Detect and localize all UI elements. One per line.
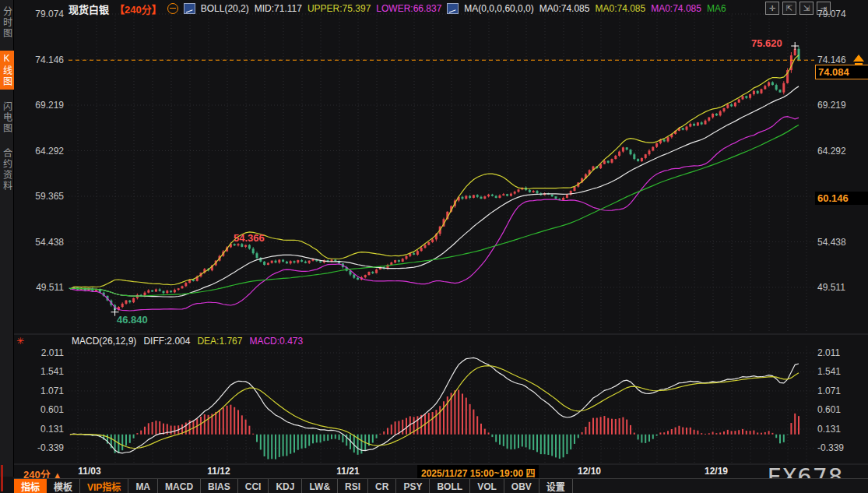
toolbar-tab-KDJ[interactable]: KDJ xyxy=(269,479,302,493)
ma0-value-3: MA0:74.085 xyxy=(651,3,701,14)
ma0-value-1: MA0:74.085 xyxy=(539,3,590,14)
macd-tick-right: -0.339 xyxy=(817,442,868,453)
price-tick-left: 54.438 xyxy=(2,237,64,248)
time-tick: 11/21 xyxy=(321,466,375,477)
boll-name: BOLL(20,2) xyxy=(201,3,249,14)
toolbar-tab-MACD[interactable]: MACD xyxy=(158,479,201,493)
toolbar-tab-VIP指标[interactable]: VIP指标 xyxy=(80,479,128,493)
toolbar-tab-BIAS[interactable]: BIAS xyxy=(201,479,238,493)
price-tick-left: 69.219 xyxy=(2,100,64,111)
macd-tick-left: 0.131 xyxy=(2,424,64,435)
toolbar-tab-LW&[interactable]: LW& xyxy=(302,479,338,493)
zoom-y-axis-icon: ⇱ xyxy=(786,4,792,12)
price-tick-left: 64.292 xyxy=(2,146,64,157)
chart-canvas[interactable] xyxy=(0,0,868,493)
toolbar-tab-CCI[interactable]: CCI xyxy=(238,479,269,493)
boll-chart-icon[interactable] xyxy=(184,3,195,14)
macd-tick-left: 2.011 xyxy=(2,347,64,358)
ma0-value-2: MA0:74.085 xyxy=(595,3,645,14)
price-tick-left: 59.365 xyxy=(2,191,64,202)
level-price-box: 60.146 xyxy=(815,192,868,205)
circle-minus-icon[interactable] xyxy=(167,3,178,14)
indicator-toolbar: 指标模板VIP指标MAMACDBIASCCIKDJLW&RSICRPSYBOLL… xyxy=(14,478,868,493)
price-tick-left: 49.511 xyxy=(2,282,64,293)
toolbar-tab-CR[interactable]: CR xyxy=(368,479,396,493)
bottom-left-marker xyxy=(1,465,3,491)
macd-pane-alert-icon[interactable]: ✳ xyxy=(16,336,24,346)
macd-tick-left: -0.339 xyxy=(2,442,64,453)
chart-application: 分时图K线图闪电图合约资料 现货白银 【240分】 BOLL(20,2) MID… xyxy=(0,0,868,493)
macd-readout: MACD(26,12,9) DIFF:2.004 DEA:1.767 MACD:… xyxy=(72,336,303,347)
price-tick-right: 49.511 xyxy=(817,282,868,293)
macd-tick-left: 1.071 xyxy=(2,386,64,396)
time-tick: 11/12 xyxy=(192,466,246,477)
price-tick-left: 79.074 xyxy=(2,9,64,19)
toolbar-tab-PSY[interactable]: PSY xyxy=(396,479,430,493)
macd-tick-left: 1.541 xyxy=(2,366,64,377)
price-tick-left: 74.146 xyxy=(2,55,64,65)
local-peak-annotation: 54.366 xyxy=(234,232,265,244)
toolbar-tab-设置[interactable]: 设置 xyxy=(539,479,573,493)
toolbar-tab-指标[interactable]: 指标 xyxy=(14,479,47,493)
time-tick: 11/03 xyxy=(62,466,117,477)
pan-icon: ✛ xyxy=(769,4,775,12)
zoom-x-axis-icon[interactable]: ⇲ xyxy=(799,2,814,15)
macd-tick-right: 1.071 xyxy=(817,386,868,396)
boll-upper-value: UPPER:75.397 xyxy=(307,3,371,14)
price-tick-right: 54.438 xyxy=(817,237,868,248)
macd-tick-right: 0.131 xyxy=(817,424,868,435)
macd-tick-right: 2.011 xyxy=(817,347,868,358)
boll-mid-value: MID:71.117 xyxy=(255,3,302,14)
macd-tick-left: 0.601 xyxy=(2,404,64,415)
ma6-label: MA6 xyxy=(707,3,726,14)
toolbar-tab-RSI[interactable]: RSI xyxy=(338,479,368,493)
ma-name: MA(0,0,0,60,0,0) xyxy=(464,3,533,14)
price-tick-right: 69.219 xyxy=(817,100,868,111)
macd-tick-right: 0.601 xyxy=(817,404,868,415)
price-tick-right: 64.292 xyxy=(817,146,868,157)
toolbar-tab-MA[interactable]: MA xyxy=(128,479,158,493)
marked-low-annotation: 46.840 xyxy=(117,314,148,326)
toolbar-tab-模板[interactable]: 模板 xyxy=(47,479,80,493)
time-tick: 12/10 xyxy=(562,466,617,477)
last-price-box: 74.084 xyxy=(815,65,868,79)
macd-params: MACD(26,12,9) xyxy=(72,336,136,347)
session-high-annotation: 75.620 xyxy=(751,37,782,49)
macd-tick-right: 1.541 xyxy=(817,366,868,377)
toolbar-tab-OBV[interactable]: OBV xyxy=(504,479,539,493)
symbol-name: 现货白银 xyxy=(69,2,109,16)
boll-lower-value: LOWER:66.837 xyxy=(376,3,441,14)
macd-diff-value: DIFF:2.004 xyxy=(143,336,190,347)
zoom-y-axis-icon[interactable]: ⇱ xyxy=(782,2,796,15)
macd-hist-value: MACD:0.473 xyxy=(249,336,303,347)
price-tick-right: 79.074 xyxy=(817,9,868,19)
price-tick-right: 74.146 xyxy=(817,55,868,65)
pan-icon[interactable]: ✛ xyxy=(765,2,779,15)
ma-chart-icon[interactable] xyxy=(447,3,459,14)
zoom-x-axis-icon: ⇲ xyxy=(803,4,810,12)
toolbar-tab-BOLL[interactable]: BOLL xyxy=(430,479,470,493)
indicator-header: 现货白银 【240分】 BOLL(20,2) MID:71.117 UPPER:… xyxy=(69,2,726,15)
toolbar-tab-VOL[interactable]: VOL xyxy=(470,479,504,493)
time-tick: 12/19 xyxy=(689,466,743,477)
macd-dea-value: DEA:1.767 xyxy=(197,336,242,347)
period-badge[interactable]: 【240分】 xyxy=(114,2,162,16)
